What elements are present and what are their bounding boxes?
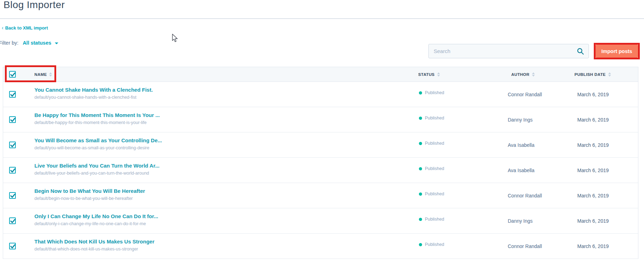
post-status: Published: [419, 191, 444, 196]
chevron-left-icon: ‹: [2, 25, 4, 31]
search-input[interactable]: [429, 44, 589, 58]
post-title-link[interactable]: Only I Can Change My Life No One Can Do …: [34, 213, 158, 219]
published-status-dot-icon: [419, 91, 422, 94]
published-status-dot-icon: [419, 117, 422, 120]
post-slug: default/begin-now-to-be-what-you-will-be…: [34, 196, 145, 201]
post-status: Published: [419, 90, 444, 95]
column-header-status-label: STATUS: [418, 72, 435, 77]
checkmark-icon: [10, 219, 15, 223]
column-header-status[interactable]: STATUS: [418, 67, 440, 82]
column-header-publish-date-label: PUBLISH DATE: [574, 72, 606, 77]
row-checkbox[interactable]: [9, 142, 16, 148]
table-row[interactable]: You Cannot Shake Hands With a Clenched F…: [3, 82, 638, 107]
published-status-dot-icon: [419, 218, 422, 221]
post-slug: default/only-i-can-change-my-life-no-one…: [34, 221, 158, 226]
row-checkbox[interactable]: [9, 217, 16, 224]
back-link-label: Back to XML import: [5, 25, 48, 31]
post-status-label: Published: [425, 116, 444, 120]
status-filter-value: All statuses: [23, 40, 51, 46]
row-checkbox[interactable]: [9, 116, 16, 123]
post-publish-date: March 6, 2019: [577, 218, 609, 224]
post-slug: default/that-which-does-not-kill-us-make…: [34, 247, 155, 252]
row-checkbox[interactable]: [9, 192, 16, 199]
post-author: Connor Randall: [508, 193, 542, 198]
post-status-label: Published: [425, 141, 444, 146]
checkmark-icon: [10, 194, 15, 198]
column-header-author-label: AUTHOR: [511, 72, 530, 77]
post-slug: default/live-your-beliefs-and-you-can-tu…: [34, 171, 159, 176]
row-checkbox[interactable]: [9, 243, 16, 249]
post-name-cell: Only I Can Change My Life No One Can Do …: [34, 213, 158, 226]
table-row[interactable]: That Which Does Not Kill Us Makes Us Str…: [3, 234, 638, 259]
status-filter-dropdown[interactable]: All statuses: [23, 40, 58, 46]
post-status-label: Published: [425, 217, 444, 222]
post-title-link[interactable]: Live Your Beliefs and You Can Turn the W…: [34, 163, 159, 169]
table-row[interactable]: Be Happy for This Moment This Moment Is …: [3, 107, 638, 132]
table-body: You Cannot Shake Hands With a Clenched F…: [3, 82, 638, 259]
checkmark-icon: [10, 244, 15, 249]
post-author: Ava Isabella: [508, 168, 534, 173]
post-publish-date: March 6, 2019: [577, 92, 609, 97]
table-header-row: NAME STATUS AUTHOR PUBLISH DATE: [3, 67, 638, 82]
post-title-link[interactable]: You Cannot Shake Hands With a Clenched F…: [34, 87, 153, 93]
column-header-publish-date[interactable]: PUBLISH DATE: [574, 67, 611, 82]
search-box: [428, 44, 589, 58]
post-status: Published: [419, 141, 444, 146]
post-title-link[interactable]: Begin Now to Be What You Will Be Hereaft…: [34, 188, 145, 194]
post-title-link[interactable]: You Will Become as Small as Your Control…: [34, 137, 162, 143]
search-icon[interactable]: [577, 47, 584, 55]
post-status-label: Published: [425, 191, 444, 196]
checkmark-icon: [10, 72, 15, 77]
page-title: Blog Importer: [4, 0, 65, 11]
table-row[interactable]: Only I Can Change My Life No One Can Do …: [3, 208, 638, 234]
blog-importer-page: Blog Importer ‹Back to XML import Filter…: [0, 0, 644, 261]
post-author: Connor Randall: [508, 92, 542, 97]
select-all-checkbox[interactable]: [9, 71, 16, 78]
filter-bar: Filter by: All statuses: [0, 40, 58, 46]
published-status-dot-icon: [419, 167, 422, 170]
checkmark-icon: [10, 118, 15, 122]
column-header-name-label: NAME: [34, 72, 47, 77]
post-status: Published: [419, 166, 444, 171]
post-author: Danny Ings: [508, 218, 533, 224]
post-publish-date: March 6, 2019: [577, 193, 609, 198]
post-name-cell: You Cannot Shake Hands With a Clenched F…: [34, 87, 153, 100]
post-publish-date: March 6, 2019: [577, 243, 609, 249]
sort-icon: [437, 72, 440, 77]
post-name-cell: Begin Now to Be What You Will Be Hereaft…: [34, 188, 145, 201]
import-posts-button[interactable]: Import posts: [596, 45, 638, 58]
post-status: Published: [419, 242, 444, 247]
filter-by-label: Filter by:: [0, 40, 19, 46]
post-title-link[interactable]: That Which Does Not Kill Us Makes Us Str…: [34, 239, 155, 244]
annotation-box-import-button: Import posts: [594, 43, 640, 59]
back-to-xml-import-link[interactable]: ‹Back to XML import: [2, 25, 48, 31]
post-author: Danny Ings: [508, 117, 533, 123]
post-slug: default/be-happy-for-this-moment-this-mo…: [34, 120, 160, 125]
post-name-cell: Live Your Beliefs and You Can Turn the W…: [34, 163, 159, 176]
post-author: Ava Isabella: [508, 142, 534, 148]
column-header-name[interactable]: NAME: [34, 67, 52, 82]
post-publish-date: March 6, 2019: [577, 168, 609, 173]
table-row[interactable]: Begin Now to Be What You Will Be Hereaft…: [3, 183, 638, 208]
table-row[interactable]: You Will Become as Small as Your Control…: [3, 132, 638, 158]
post-slug: default/you-will-become-as-small-as-your…: [34, 145, 162, 150]
mouse-cursor: [171, 34, 179, 43]
row-checkbox[interactable]: [9, 167, 16, 174]
posts-table: NAME STATUS AUTHOR PUBLISH DATE Yo: [3, 67, 638, 259]
chevron-down-icon: [55, 43, 58, 44]
post-name-cell: Be Happy for This Moment This Moment Is …: [34, 112, 160, 125]
row-checkbox[interactable]: [9, 91, 16, 98]
checkmark-icon: [10, 168, 15, 173]
post-publish-date: March 6, 2019: [577, 117, 609, 123]
post-title-link[interactable]: Be Happy for This Moment This Moment Is …: [34, 112, 160, 118]
table-row[interactable]: Live Your Beliefs and You Can Turn the W…: [3, 158, 638, 183]
published-status-dot-icon: [419, 193, 422, 196]
sort-icon: [49, 72, 52, 77]
checkmark-icon: [10, 143, 15, 148]
post-status-label: Published: [425, 242, 444, 247]
header-divider: [0, 18, 644, 19]
post-status: Published: [419, 217, 444, 222]
column-header-author[interactable]: AUTHOR: [511, 67, 535, 82]
sort-icon: [608, 72, 611, 77]
checkmark-icon: [10, 92, 15, 97]
